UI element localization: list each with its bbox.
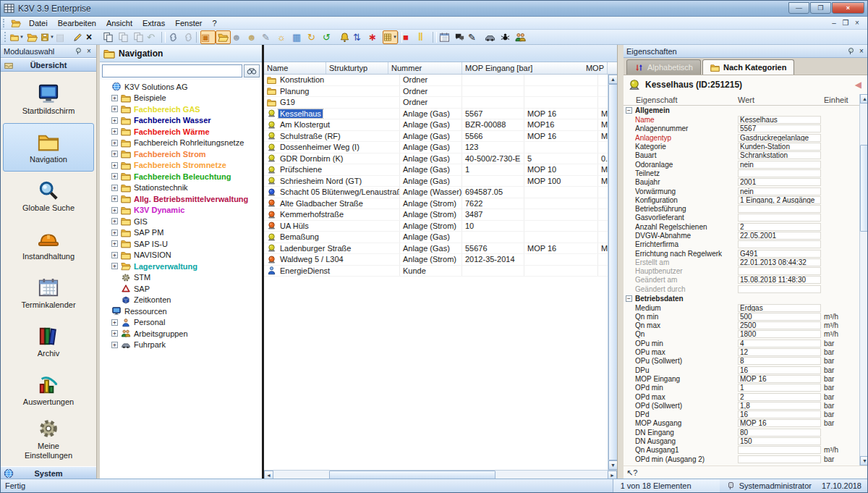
close-button[interactable]: × bbox=[832, 2, 864, 14]
toolbar-icon[interactable] bbox=[70, 30, 85, 44]
property-row[interactable]: − OPu (Sollwert) 8 bar bbox=[624, 357, 859, 366]
property-row[interactable]: − Konfiguration 1 Eingang, 2 Ausgänge bbox=[624, 195, 859, 204]
property-row[interactable]: − Odoranlage nein bbox=[624, 160, 859, 169]
property-row[interactable]: − DVGW-Abnahme 22.05.2001 bbox=[624, 231, 859, 240]
table-row[interactable]: Kemmerhofstraße Anlage (Strom) 3487 bbox=[264, 209, 608, 221]
property-value[interactable]: Schrankstation bbox=[738, 151, 821, 159]
col-wert[interactable]: Wert bbox=[738, 96, 821, 104]
table-row[interactable]: Alte Gladbacher Straße Anlage (Strom) 76… bbox=[264, 198, 608, 210]
property-value[interactable] bbox=[738, 169, 821, 177]
toolbar-icon[interactable]: ✎ bbox=[261, 30, 276, 44]
property-row[interactable]: − Teilnetz bbox=[624, 169, 859, 177]
menu-item[interactable]: Extras bbox=[137, 17, 170, 29]
property-value[interactable]: 22.01.2013 08:44:32 bbox=[738, 258, 821, 266]
toolbar-icon[interactable]: ▦ bbox=[292, 30, 307, 44]
property-value[interactable]: 500 bbox=[738, 313, 821, 321]
toolbar-icon[interactable] bbox=[131, 30, 146, 44]
group-collapse-icon[interactable]: − bbox=[626, 295, 632, 302]
scroll-up-arrow[interactable]: ▲ bbox=[860, 94, 868, 104]
mdi-restore-button[interactable]: ❐ bbox=[840, 19, 851, 27]
toolbar-icon[interactable]: ☼ bbox=[276, 30, 292, 44]
toolbar-icon[interactable] bbox=[101, 30, 116, 44]
tree-expand-icon[interactable]: + bbox=[111, 140, 118, 146]
sidebar-group-top[interactable]: Übersicht bbox=[1, 58, 96, 72]
property-value[interactable]: 2001 bbox=[738, 178, 821, 186]
table-column-header[interactable]: Strukturtyp bbox=[326, 62, 388, 74]
tree-item[interactable]: + Fachbereich Beleuchtung bbox=[100, 171, 262, 182]
toolbar-icon[interactable] bbox=[513, 30, 528, 44]
table-row[interactable]: Bemaßung Anlage (Gas) bbox=[264, 232, 608, 243]
property-value[interactable]: 12 bbox=[738, 348, 821, 356]
property-row[interactable]: − OPd min (Ausgang 2) bar bbox=[624, 455, 859, 463]
toolbar-icon[interactable]: ▼ bbox=[9, 30, 25, 44]
table-row[interactable]: Prüfschiene Anlage (Gas) 1 MOP 10 MOP bbox=[264, 164, 608, 176]
property-value[interactable]: 22.05.2001 bbox=[738, 232, 821, 240]
property-row[interactable]: − Bauart Schrankstation bbox=[624, 151, 859, 160]
table-row[interactable]: Konstruktion Ordner bbox=[264, 75, 608, 86]
tree-item[interactable]: + Fachbereich GAS bbox=[100, 104, 262, 115]
property-row[interactable]: − DPd 16 bar bbox=[624, 410, 859, 419]
table-column-header[interactable]: Name bbox=[264, 62, 326, 74]
toolbar-icon[interactable]: ▣ bbox=[200, 30, 216, 44]
property-value[interactable] bbox=[738, 205, 821, 213]
pin-icon[interactable] bbox=[75, 48, 81, 54]
property-row[interactable]: − Betriebsführung bbox=[624, 204, 859, 213]
tree-item[interactable]: + Stationstechnik bbox=[100, 182, 262, 194]
sidebar-item[interactable]: Auswertungen bbox=[3, 366, 94, 415]
tree-item[interactable]: + Fachbereich Stromnetze bbox=[100, 160, 262, 172]
property-row[interactable]: − OPd min 1 bar bbox=[624, 384, 859, 392]
property-value[interactable]: nein bbox=[738, 187, 821, 195]
tree-item[interactable]: K3V Solutions AG bbox=[100, 81, 262, 93]
table-row[interactable]: Kesselhaus Anlage (Gas) 5567 MOP 16 MOP bbox=[264, 109, 608, 120]
tree-item[interactable]: + SAP PM bbox=[100, 227, 262, 239]
tree-expand-icon[interactable] bbox=[111, 297, 118, 303]
property-value[interactable]: 1800 bbox=[738, 330, 821, 338]
tree-item[interactable]: Zeitkonten bbox=[100, 295, 262, 306]
tree-expand-icon[interactable] bbox=[111, 285, 118, 292]
tree-expand-icon[interactable] bbox=[111, 274, 118, 281]
property-value[interactable]: 1,8 bbox=[738, 402, 821, 410]
table-column-header[interactable]: MOP Eingang [bar] bbox=[462, 62, 583, 74]
property-row[interactable]: − DN Eingang 80 bbox=[624, 428, 859, 437]
tree-item[interactable]: + Personal bbox=[100, 317, 262, 329]
tree-item[interactable]: SAP bbox=[100, 283, 262, 295]
menu-item[interactable]: Ansicht bbox=[101, 17, 137, 29]
sidebar-item[interactable]: Meine Einstellungen bbox=[3, 415, 94, 463]
property-value[interactable]: MOP 16 bbox=[738, 419, 821, 427]
property-value[interactable]: nein bbox=[738, 161, 821, 169]
collapse-arrow-icon[interactable]: ◀ bbox=[855, 80, 864, 90]
tree-search-button[interactable] bbox=[244, 64, 260, 77]
property-row[interactable]: − Errichterfirma bbox=[624, 240, 859, 249]
property-row[interactable]: − Anzahl Regelschienen 2 bbox=[624, 222, 859, 231]
table-row[interactable]: GDR Dornbirn (K) Anlage (Gas) 40-500/2-7… bbox=[264, 153, 608, 165]
property-row[interactable]: − Erstellt am 22.01.2013 08:44:32 bbox=[624, 258, 859, 266]
toolbar-icon[interactable]: ↺ bbox=[322, 30, 337, 44]
toolbar-icon[interactable]: ↻ bbox=[307, 30, 322, 44]
property-row[interactable]: − Gasvorlieferant bbox=[624, 214, 859, 222]
property-value[interactable]: Kunden-Station bbox=[738, 143, 821, 151]
tree-item[interactable]: + Lagerverwaltung bbox=[100, 261, 262, 272]
tree-item[interactable]: + Beispiele bbox=[100, 93, 262, 104]
property-row[interactable]: − Allgemein bbox=[624, 106, 859, 116]
group-collapse-icon[interactable]: − bbox=[626, 107, 632, 114]
sidebar-item[interactable]: Globale Suche bbox=[3, 172, 94, 220]
property-row[interactable]: − Vorwärmung nein bbox=[624, 187, 859, 195]
toolbar-icon[interactable]: ▤ bbox=[55, 30, 70, 44]
table-row[interactable]: Planung Ordner bbox=[264, 86, 608, 98]
tree-expand-icon[interactable]: + bbox=[111, 319, 118, 326]
tree-item[interactable]: + NAVISION bbox=[100, 250, 262, 261]
toolbar-icon[interactable] bbox=[181, 30, 196, 44]
property-row[interactable]: − Betriebsdaten bbox=[624, 293, 859, 303]
tree-expand-icon[interactable]: + bbox=[111, 128, 118, 135]
table-row[interactable]: Schriesheim Nord (GT) Anlage (Gas) MOP 1… bbox=[264, 176, 608, 187]
toolbar-icon[interactable]: ∗ bbox=[367, 30, 383, 44]
scrollbar-thumb[interactable] bbox=[860, 145, 868, 232]
property-value[interactable]: 4 bbox=[738, 340, 821, 347]
property-value[interactable]: Erdgas bbox=[738, 304, 821, 312]
property-value[interactable]: 16 bbox=[738, 410, 821, 418]
minimize-button[interactable]: — bbox=[788, 2, 809, 14]
close-icon[interactable]: × bbox=[85, 47, 93, 55]
tree-item[interactable]: + Fachbereich Rohrleitungsnetze bbox=[100, 138, 262, 149]
table-row[interactable]: Dossenheimer Weg (I) Anlage (Gas) 123 bbox=[264, 142, 608, 153]
property-value[interactable]: 2 bbox=[738, 393, 821, 401]
